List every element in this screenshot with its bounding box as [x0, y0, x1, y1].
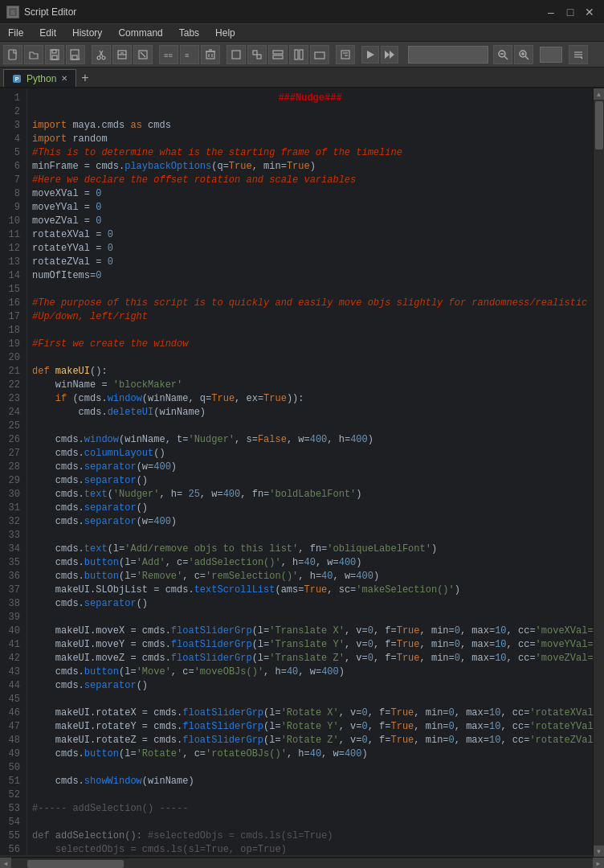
- code-line: cmds.separator(): [32, 597, 588, 611]
- title-bar: S Script Editor – □ ✕: [0, 0, 604, 24]
- tab-add-button[interactable]: +: [76, 69, 93, 87]
- svg-text:+: +: [78, 56, 81, 60]
- code-line: cmds.deleteUI(winName): [32, 406, 588, 420]
- code-line: cmds.columnLayout(): [32, 447, 588, 461]
- svg-rect-26: [253, 51, 257, 55]
- code-line: [32, 351, 588, 365]
- search-prev-button[interactable]: [493, 45, 512, 64]
- menu-tabs[interactable]: Tabs: [171, 24, 207, 41]
- scroll-up-arrow[interactable]: ▲: [594, 88, 605, 100]
- code-line: #This is to determine what is the starti…: [32, 146, 588, 160]
- code-line: cmds.separator(): [32, 679, 588, 693]
- svg-rect-25: [232, 51, 240, 59]
- echo-sel-button[interactable]: ≡: [180, 45, 199, 64]
- cut-button[interactable]: [92, 45, 111, 64]
- svg-rect-33: [341, 51, 349, 59]
- scroll-thumb-h[interactable]: [27, 860, 124, 868]
- code-line: [32, 283, 588, 297]
- scroll-left-arrow[interactable]: ◀: [0, 858, 11, 868]
- svg-marker-36: [367, 51, 374, 59]
- code-line: makeUI.moveX = cmds.floatSliderGrp(l='Tr…: [32, 624, 588, 638]
- split-h-button[interactable]: [268, 45, 288, 64]
- code-content[interactable]: ###Nudge### import maya.cmds as cmds imp…: [27, 88, 593, 855]
- expand-button[interactable]: [226, 45, 246, 64]
- input-only-button[interactable]: [310, 45, 329, 64]
- collapse-button[interactable]: [247, 45, 267, 64]
- code-line: def addSelection(): #selectedObjs = cmds…: [32, 829, 588, 843]
- code-line: moveYVal = 0: [32, 201, 588, 215]
- code-line: cmds.separator(): [32, 502, 588, 515]
- color-swatch-1[interactable]: [540, 47, 562, 63]
- code-line: moveZVal = 0: [32, 215, 588, 228]
- code-line: [32, 420, 588, 433]
- code-line: #----- addSelection() -----: [32, 802, 588, 816]
- maximize-button[interactable]: □: [562, 4, 578, 20]
- code-line: import random: [32, 133, 588, 146]
- code-line: [32, 105, 588, 119]
- svg-rect-32: [315, 52, 324, 59]
- code-line: #Here we declare the offset rotation and…: [32, 174, 588, 187]
- menu-history[interactable]: History: [64, 24, 110, 41]
- save-file-button[interactable]: [45, 45, 64, 64]
- close-button[interactable]: ✕: [582, 4, 598, 20]
- scroll-thumb-v[interactable]: [595, 101, 603, 149]
- split-v-button[interactable]: [289, 45, 308, 64]
- menu-command[interactable]: Command: [110, 24, 170, 41]
- code-line: [32, 761, 588, 775]
- save-as-button[interactable]: +: [66, 45, 85, 64]
- tab-python[interactable]: P Python ✕: [3, 69, 76, 87]
- code-line: [32, 529, 588, 542]
- search-next-button[interactable]: [514, 45, 533, 64]
- code-line: rotateXVal = 0: [32, 228, 588, 242]
- code-line: winName = 'blockMaker': [32, 379, 588, 392]
- scroll-track-v[interactable]: [594, 100, 604, 845]
- menu-help[interactable]: Help: [207, 24, 243, 41]
- code-line: [32, 611, 588, 624]
- horizontal-scrollbar[interactable]: [11, 858, 593, 868]
- scroll-down-arrow[interactable]: ▼: [594, 845, 605, 857]
- svg-marker-37: [385, 51, 390, 59]
- source-button[interactable]: [112, 45, 132, 64]
- editor-container: 12345 678910 1112131415 1617181920 21222…: [0, 88, 604, 857]
- lines-button[interactable]: [569, 45, 588, 64]
- menu-edit[interactable]: Edit: [31, 24, 64, 41]
- code-line: ###Nudge###: [32, 92, 588, 105]
- scroll-right-arrow[interactable]: ▶: [593, 858, 604, 868]
- code-line: rotateZVal = 0: [32, 256, 588, 269]
- code-line: #First we create the window: [32, 338, 588, 351]
- code-line: cmds.window(winName, t='Nudger', s=False…: [32, 433, 588, 447]
- window-title: Script Editor: [24, 6, 543, 18]
- code-line: cmds.button(l='Remove', c='remSelection(…: [32, 570, 588, 583]
- tab-close-button[interactable]: ✕: [61, 74, 67, 83]
- svg-rect-20: [206, 51, 214, 59]
- new-file-button[interactable]: [3, 45, 22, 64]
- code-line: makeUI.rotateX = cmds.floatSliderGrp(l='…: [32, 706, 588, 720]
- menu-bar: File Edit History Command Tabs Help: [0, 24, 604, 42]
- run-all-button[interactable]: [381, 46, 398, 63]
- code-line: cmds.separator(w=400): [32, 461, 588, 474]
- vertical-scrollbar[interactable]: ▲ ▼: [593, 88, 604, 857]
- open-file-button[interactable]: [24, 45, 43, 64]
- indent-button[interactable]: [336, 45, 355, 64]
- search-input[interactable]: [408, 46, 488, 63]
- run-button[interactable]: [361, 46, 379, 63]
- clear-button[interactable]: [133, 45, 153, 64]
- app-icon: S: [6, 6, 19, 18]
- code-line: cmds.button(l='Rotate', c='rotateOBJs()'…: [32, 747, 588, 761]
- code-line: makeUI.rotateZ = cmds.floatSliderGrp(l='…: [32, 734, 588, 747]
- menu-file[interactable]: File: [0, 24, 31, 41]
- minimize-button[interactable]: –: [543, 4, 559, 20]
- code-editor[interactable]: 12345 678910 1112131415 1617181920 21222…: [0, 88, 593, 855]
- code-line: makeUI.moveZ = cmds.floatSliderGrp(l='Tr…: [32, 652, 588, 665]
- svg-point-11: [97, 56, 100, 59]
- del-history-button[interactable]: [201, 45, 220, 64]
- svg-marker-38: [390, 51, 394, 59]
- code-line: [32, 788, 588, 802]
- tab-python-label: Python: [27, 73, 56, 84]
- svg-rect-27: [257, 55, 261, 59]
- svg-text:S: S: [11, 9, 15, 16]
- echo-all-button[interactable]: ≡≡: [159, 45, 178, 64]
- svg-line-43: [525, 56, 528, 59]
- code-line: minFrame = cmds.playbackOptions(q=True, …: [32, 160, 588, 174]
- tab-bar: P Python ✕ +: [0, 68, 604, 88]
